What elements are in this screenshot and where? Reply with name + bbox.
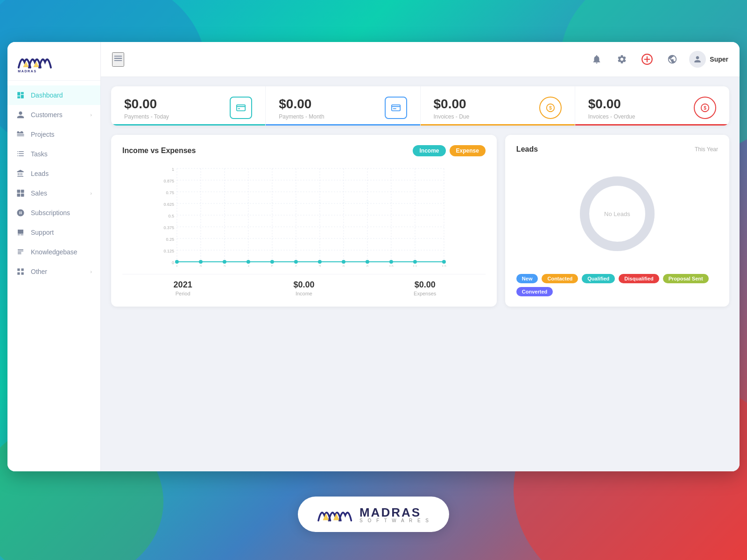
charts-row: Income vs Expenses Income Expense .gridl… bbox=[111, 135, 729, 307]
svg-rect-18 bbox=[393, 108, 396, 109]
payments-today-icon bbox=[230, 97, 252, 119]
add-button[interactable] bbox=[639, 51, 655, 68]
other-icon bbox=[16, 267, 25, 276]
knowledgebase-icon bbox=[16, 247, 25, 257]
legend-new[interactable]: New bbox=[516, 274, 538, 283]
income-toggle[interactable]: Income bbox=[413, 145, 445, 156]
sidebar-item-subscriptions[interactable]: Subscriptions bbox=[7, 203, 100, 223]
svg-text:6: 6 bbox=[295, 265, 297, 266]
period-value: 2021 bbox=[122, 280, 243, 290]
svg-rect-8 bbox=[17, 194, 21, 197]
svg-rect-16 bbox=[238, 108, 240, 109]
svg-rect-10 bbox=[17, 268, 20, 271]
leads-period: This Year bbox=[695, 146, 718, 153]
svg-text:3: 3 bbox=[223, 265, 226, 266]
stat-label: Payments - Today bbox=[124, 113, 169, 120]
stat-label: Payments - Month bbox=[279, 113, 324, 120]
svg-rect-5 bbox=[17, 135, 24, 136]
invoices-due-icon: $ bbox=[539, 97, 562, 119]
notifications-button[interactable] bbox=[588, 51, 605, 68]
svg-text:7: 7 bbox=[318, 265, 321, 266]
stats-row: $0.00 Payments - Today bbox=[111, 86, 729, 126]
sidebar-item-leads[interactable]: Leads bbox=[7, 164, 100, 183]
svg-text:11: 11 bbox=[413, 265, 417, 266]
expense-toggle[interactable]: Expense bbox=[450, 145, 486, 156]
watermark-sub: S O F T W A R E S bbox=[359, 518, 430, 523]
sidebar-item-projects[interactable]: Projects bbox=[7, 125, 100, 144]
expenses-value: $0.00 bbox=[365, 280, 486, 290]
svg-point-53 bbox=[175, 260, 179, 264]
svg-point-56 bbox=[247, 260, 250, 264]
user-menu[interactable]: Super bbox=[689, 51, 728, 68]
leads-legend: New Contacted Qualified Disqualified Pro… bbox=[516, 274, 718, 296]
sidebar-item-label: Subscriptions bbox=[31, 209, 70, 217]
chevron-right-icon: › bbox=[90, 112, 92, 118]
period-label: Period bbox=[122, 291, 243, 296]
income-expenses-chart-card: Income vs Expenses Income Expense .gridl… bbox=[111, 135, 497, 307]
sidebar-item-tasks[interactable]: Tasks bbox=[7, 144, 100, 164]
sidebar-item-label: Tasks bbox=[31, 150, 48, 158]
sidebar-item-label: Knowledgebase bbox=[31, 248, 78, 256]
sidebar-item-label: Leads bbox=[31, 170, 49, 177]
sidebar-item-label: Sales bbox=[31, 189, 47, 197]
stat-info: $0.00 Payments - Month bbox=[279, 97, 324, 120]
svg-rect-4 bbox=[17, 134, 24, 135]
legend-converted[interactable]: Converted bbox=[516, 287, 553, 296]
income-label: Income bbox=[243, 291, 364, 296]
svg-text:4: 4 bbox=[247, 265, 249, 266]
svg-text:0.625: 0.625 bbox=[163, 202, 174, 207]
customers-icon bbox=[16, 110, 25, 119]
svg-point-60 bbox=[342, 260, 345, 264]
sidebar-item-sales[interactable]: Sales › bbox=[7, 183, 100, 203]
chart-area: .gridline { stroke: #d0d8e8; stroke-widt… bbox=[122, 164, 486, 266]
stat-label: Invoices - Overdue bbox=[588, 113, 635, 120]
svg-text:0.25: 0.25 bbox=[166, 237, 174, 242]
stat-card-invoices-due: $0.00 Invoices - Due $ bbox=[421, 86, 575, 126]
sidebar-item-dashboard[interactable]: Dashboard bbox=[7, 85, 100, 105]
hamburger-button[interactable] bbox=[112, 52, 124, 67]
legend-disqualified[interactable]: Disqualified bbox=[619, 274, 659, 283]
stat-value: $0.00 bbox=[279, 97, 324, 112]
svg-point-54 bbox=[199, 260, 203, 264]
svg-text:12: 12 bbox=[442, 265, 446, 266]
settings-button[interactable] bbox=[613, 51, 630, 68]
logo-watermark: MADRAS S O F T W A R E S bbox=[298, 497, 449, 532]
svg-point-62 bbox=[389, 260, 393, 264]
svg-text:$: $ bbox=[549, 105, 552, 111]
stat-card-payments-month: $0.00 Payments - Month bbox=[266, 86, 420, 126]
sidebar-item-other[interactable]: Other › bbox=[7, 262, 100, 281]
sidebar-item-support[interactable]: Support bbox=[7, 223, 100, 242]
watermark-text-block: MADRAS S O F T W A R E S bbox=[359, 505, 430, 523]
svg-point-58 bbox=[294, 260, 298, 264]
svg-rect-7 bbox=[21, 190, 24, 193]
stat-card-payments-today: $0.00 Payments - Today bbox=[111, 86, 266, 126]
sidebar-item-customers[interactable]: Customers › bbox=[7, 105, 100, 125]
stat-bar bbox=[421, 124, 575, 126]
svg-text:2: 2 bbox=[199, 265, 202, 266]
svg-text:$: $ bbox=[704, 105, 706, 111]
sidebar-item-label: Support bbox=[31, 229, 54, 236]
dashboard-body: $0.00 Payments - Today bbox=[101, 77, 740, 471]
svg-text:MADRAS: MADRAS bbox=[18, 70, 36, 73]
svg-text:10: 10 bbox=[389, 265, 394, 266]
legend-qualified[interactable]: Qualified bbox=[582, 274, 615, 283]
chart-svg: .gridline { stroke: #d0d8e8; stroke-widt… bbox=[122, 164, 486, 266]
stat-info: $0.00 Invoices - Due bbox=[434, 97, 470, 120]
svg-text:0.125: 0.125 bbox=[163, 249, 174, 253]
globe-button[interactable] bbox=[664, 51, 681, 68]
legend-contacted[interactable]: Contacted bbox=[542, 274, 578, 283]
svg-point-63 bbox=[413, 260, 417, 264]
stat-label: Invoices - Due bbox=[434, 113, 470, 120]
avatar bbox=[689, 51, 706, 68]
income-value: $0.00 bbox=[243, 280, 364, 290]
header-icons: Super bbox=[588, 51, 728, 68]
chart-table-expenses: $0.00 Expenses bbox=[365, 280, 486, 296]
svg-text:5: 5 bbox=[271, 265, 273, 266]
leads-card: Leads This Year No Leads New Contacted bbox=[505, 135, 729, 307]
svg-text:1: 1 bbox=[176, 265, 178, 266]
svg-text:8: 8 bbox=[342, 265, 345, 266]
svg-rect-11 bbox=[21, 268, 24, 271]
chart-table-period: 2021 Period bbox=[122, 280, 243, 296]
sidebar-item-knowledgebase[interactable]: Knowledgebase bbox=[7, 242, 100, 262]
legend-proposal-sent[interactable]: Proposal Sent bbox=[663, 274, 709, 283]
